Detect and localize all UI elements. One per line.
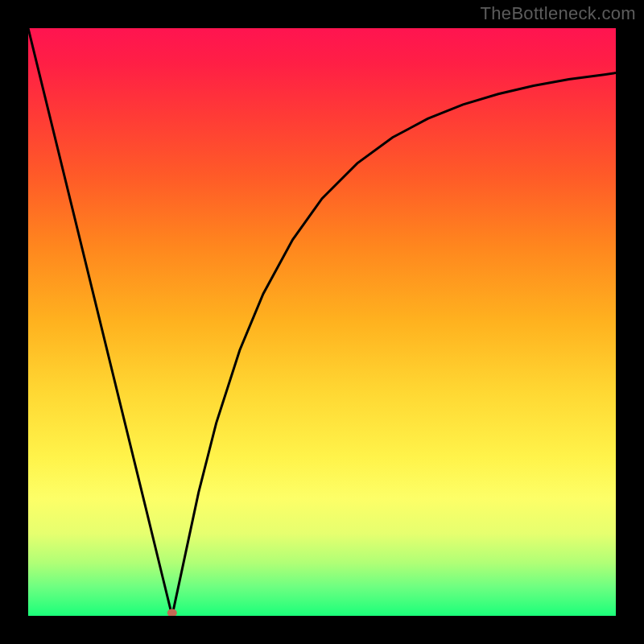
curve-layer — [28, 28, 616, 616]
bottleneck-curve — [28, 28, 616, 616]
attribution-text: TheBottleneck.com — [481, 3, 636, 24]
chart-frame: TheBottleneck.com — [0, 0, 644, 644]
minimum-marker — [167, 609, 177, 616]
plot-area — [28, 28, 616, 616]
